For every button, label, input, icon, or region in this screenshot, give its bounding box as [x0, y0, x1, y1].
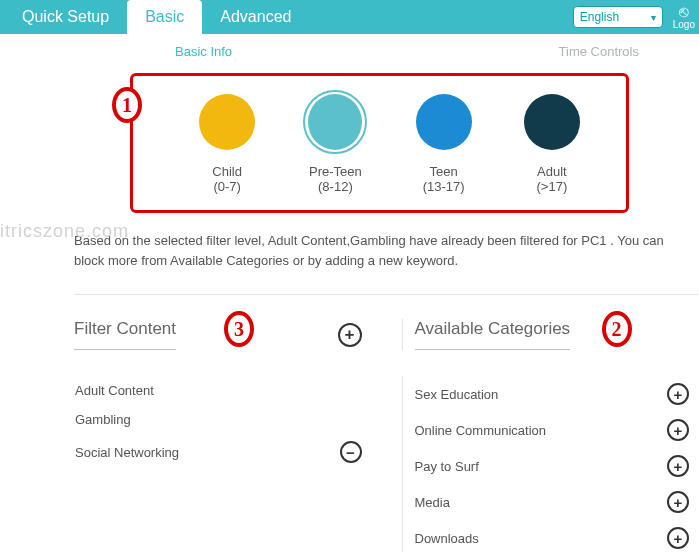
- available-item: Media+: [402, 484, 700, 520]
- primary-tabs: Quick Setup Basic Advanced: [0, 0, 309, 34]
- available-item: Downloads+: [402, 520, 700, 552]
- available-item-label: Downloads: [415, 531, 479, 546]
- available-item-label: Online Communication: [415, 423, 547, 438]
- filter-item-label: Social Networking: [75, 445, 179, 460]
- tab-advanced[interactable]: Advanced: [202, 0, 309, 34]
- remove-filter-button[interactable]: −: [340, 441, 362, 463]
- age-profile-pre-teen[interactable]: Pre-Teen(8-12): [285, 90, 385, 194]
- age-profile-adult[interactable]: Adult(>17): [502, 90, 602, 194]
- content-area: itricszone.com 1 Child(0-7)Pre-Teen(8-12…: [0, 73, 699, 552]
- add-category-button[interactable]: +: [667, 383, 689, 405]
- logout-icon: ⎋: [673, 4, 695, 20]
- language-value: English: [580, 10, 619, 24]
- filter-item-label: Adult Content: [75, 383, 154, 398]
- tab-quick-setup[interactable]: Quick Setup: [4, 0, 127, 34]
- filter-item: Adult Content: [74, 376, 372, 405]
- available-item-label: Sex Education: [415, 387, 499, 402]
- profile-name: Child: [177, 164, 277, 179]
- annotation-badge-3: 3: [224, 311, 254, 347]
- filter-item-label: Gambling: [75, 412, 131, 427]
- logout-button[interactable]: ⎋ Logo: [673, 4, 695, 30]
- add-filter-button[interactable]: +: [338, 323, 362, 347]
- available-categories-title: Available Categories: [415, 319, 571, 350]
- sub-tabs: Basic Info Time Controls: [0, 34, 699, 63]
- profile-name: Teen: [394, 164, 494, 179]
- age-profile-child[interactable]: Child(0-7): [177, 90, 277, 194]
- profile-name: Adult: [502, 164, 602, 179]
- profile-name: Pre-Teen: [285, 164, 385, 179]
- profile-age-range: (0-7): [177, 179, 277, 194]
- available-item: Online Communication+: [402, 412, 700, 448]
- chevron-down-icon: ▾: [651, 12, 656, 23]
- top-bar: Quick Setup Basic Advanced English ▾ ⎋ L…: [0, 0, 699, 34]
- subtab-time-controls[interactable]: Time Controls: [559, 44, 639, 59]
- language-select[interactable]: English ▾: [573, 6, 663, 28]
- available-item-label: Pay to Surf: [415, 459, 479, 474]
- subtab-basic-info[interactable]: Basic Info: [175, 44, 232, 59]
- add-category-button[interactable]: +: [667, 419, 689, 441]
- profile-age-range: (8-12): [285, 179, 385, 194]
- logout-label: Logo: [673, 19, 695, 30]
- filter-content-title: Filter Content: [74, 319, 176, 350]
- add-category-button[interactable]: +: [667, 527, 689, 549]
- add-category-button[interactable]: +: [667, 455, 689, 477]
- profile-age-range: (>17): [502, 179, 602, 194]
- filter-content-column: 3 Filter Content + Adult ContentGambling…: [74, 319, 372, 552]
- available-item: Sex Education+: [402, 376, 700, 412]
- profile-color-circle: [416, 94, 472, 150]
- available-categories-column: 2 Available Categories Sex Education+Onl…: [402, 319, 700, 552]
- profile-age-range: (13-17): [394, 179, 494, 194]
- tab-basic[interactable]: Basic: [127, 0, 202, 34]
- profile-color-circle: [308, 94, 362, 150]
- available-item-label: Media: [415, 495, 450, 510]
- profile-color-circle: [199, 94, 255, 150]
- age-profile-selector: Child(0-7)Pre-Teen(8-12)Teen(13-17)Adult…: [130, 73, 629, 213]
- filter-description: Based on the selected filter level, Adul…: [74, 231, 699, 270]
- available-item: Pay to Surf+: [402, 448, 700, 484]
- profile-color-circle: [524, 94, 580, 150]
- filter-item: Social Networking−: [74, 434, 372, 470]
- age-profile-teen[interactable]: Teen(13-17): [394, 90, 494, 194]
- annotation-badge-2: 2: [602, 311, 632, 347]
- annotation-badge-1: 1: [112, 87, 142, 123]
- filter-item: Gambling: [74, 405, 372, 434]
- add-category-button[interactable]: +: [667, 491, 689, 513]
